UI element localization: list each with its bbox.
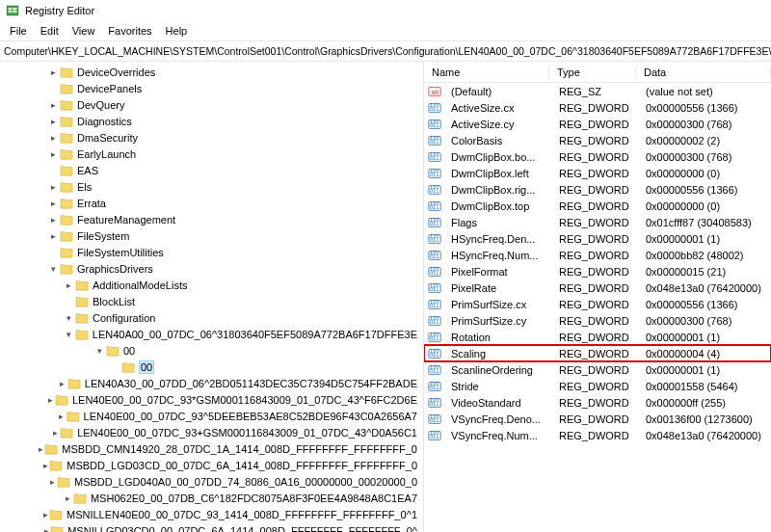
tree-item[interactable]: ▸MSNILLGD03CD0_00_07DC_6A_1414_008D_FFFF… [0, 522, 423, 532]
tree-item[interactable]: ▸FileSystem [0, 227, 423, 244]
menu-view[interactable]: View [66, 23, 101, 39]
tree-item[interactable]: FileSystemUtilities [0, 244, 423, 260]
chevron-right-icon[interactable]: ▸ [46, 133, 60, 143]
value-row[interactable]: DwmClipBox.bo...REG_DWORD0x00000300 (768… [424, 148, 771, 165]
value-row[interactable]: (Default)REG_SZ(value not set) [424, 83, 771, 99]
tree-item[interactable]: ▸DmaSecurity [0, 129, 423, 146]
folder-icon [57, 476, 70, 488]
column-data[interactable]: Data [636, 66, 771, 78]
tree-item[interactable]: BlockList [0, 293, 423, 309]
value-row[interactable]: ActiveSize.cxREG_DWORD0x00000556 (1366) [424, 99, 771, 116]
tree-item[interactable]: ▸LEN40A30_00_07DD_06^2BD051143DEC35C7394… [0, 375, 423, 391]
tree-item[interactable]: ▸MSNILLEN40E00_00_07DC_93_1414_008D_FFFF… [0, 506, 423, 522]
chevron-right-icon[interactable]: ▸ [46, 231, 60, 241]
value-row[interactable]: VSyncFreq.Num...REG_DWORD0x048e13a0 (764… [424, 427, 771, 443]
column-name[interactable]: Name [424, 66, 549, 78]
value-row[interactable]: DwmClipBox.rig...REG_DWORD0x00000556 (13… [424, 181, 771, 198]
chevron-right-icon[interactable]: ▸ [63, 493, 73, 503]
tree-item[interactable]: ▸EarlyLaunch [0, 146, 423, 162]
addressbar[interactable]: Computer\HKEY_LOCAL_MACHINE\SYSTEM\Contr… [0, 40, 771, 62]
reg-dword-icon [428, 216, 441, 229]
tree-item[interactable]: ▸DevQuery [0, 96, 423, 113]
tree-item-label: MSH062E0_00_07DB_C6^182FDC8075A8F3F0EE4A… [91, 492, 417, 504]
chevron-right-icon[interactable]: ▸ [46, 100, 60, 110]
value-name: ColorBasis [443, 135, 551, 146]
value-row[interactable]: FlagsREG_DWORD0x01cfff87 (30408583) [424, 214, 771, 230]
chevron-down-icon[interactable]: ▾ [93, 346, 106, 356]
chevron-right-icon[interactable]: ▸ [46, 67, 60, 77]
chevron-right-icon[interactable]: ▸ [46, 117, 60, 126]
menu-file[interactable]: File [4, 23, 33, 39]
menubar: File Edit View Favorites Help [0, 21, 771, 40]
chevron-right-icon[interactable]: ▸ [56, 412, 66, 421]
tree-item[interactable]: ▸MSBDD_LGD040A0_00_07DD_74_8086_0A16_000… [0, 473, 423, 490]
column-type[interactable]: Type [549, 66, 636, 78]
value-row[interactable]: StrideREG_DWORD0x00001558 (5464) [424, 378, 771, 394]
tree-item[interactable]: ▸Els [0, 178, 423, 195]
value-row[interactable]: VSyncFreq.Deno...REG_DWORD0x00136f00 (12… [424, 411, 771, 427]
menu-help[interactable]: Help [160, 23, 194, 39]
value-row[interactable]: HSyncFreq.Den...REG_DWORD0x00000001 (1) [424, 230, 771, 247]
chevron-right-icon[interactable]: ▸ [42, 526, 50, 533]
tree-item[interactable]: ▸LEN40E00_00_07DC_93+GSM000116843009_01_… [0, 424, 423, 440]
tree-item[interactable]: ▸FeatureManagement [0, 211, 423, 227]
chevron-right-icon[interactable]: ▸ [46, 199, 60, 208]
tree-item[interactable]: ▾LEN40A00_00_07DC_06^31803640F5EF5089A77… [0, 326, 423, 342]
tree-item[interactable]: ▾GraphicsDrivers [0, 260, 423, 277]
chevron-down-icon[interactable]: ▾ [46, 264, 60, 274]
chevron-right-icon[interactable]: ▸ [57, 379, 66, 388]
value-row[interactable]: DwmClipBox.topREG_DWORD0x00000000 (0) [424, 198, 771, 214]
value-row[interactable]: PixelFormatREG_DWORD0x00000015 (21) [424, 263, 771, 279]
chevron-right-icon[interactable]: ▸ [62, 280, 75, 290]
menu-edit[interactable]: Edit [35, 23, 65, 39]
value-name: Rotation [443, 332, 551, 343]
value-data: 0x0000bb82 (48002) [638, 250, 771, 261]
menu-favorites[interactable]: Favorites [102, 23, 157, 39]
value-row[interactable]: ScalingREG_DWORD0x00000004 (4) [424, 345, 771, 361]
chevron-right-icon[interactable]: ▸ [46, 395, 54, 405]
value-row[interactable]: HSyncFreq.Num...REG_DWORD0x0000bb82 (480… [424, 247, 771, 263]
chevron-right-icon[interactable]: ▸ [38, 444, 44, 454]
tree-panel[interactable]: ▸DeviceOverridesDevicePanels▸DevQuery▸Di… [0, 62, 424, 532]
tree-item[interactable]: ▸MSH062E0_00_07DB_C6^182FDC8075A8F3F0EE4… [0, 490, 423, 506]
values-body[interactable]: (Default)REG_SZ(value not set)ActiveSize… [424, 83, 771, 532]
chevron-right-icon[interactable]: ▸ [46, 215, 60, 225]
tree-item[interactable]: DevicePanels [0, 80, 423, 96]
tree-item[interactable]: ▸Errata [0, 195, 423, 211]
tree-item[interactable]: EAS [0, 162, 423, 178]
value-type: REG_DWORD [551, 102, 638, 114]
tree-item-label: BlockList [93, 296, 135, 307]
tree-item[interactable]: ▸DeviceOverrides [0, 64, 423, 80]
tree-item[interactable]: ▸Diagnostics [0, 113, 423, 129]
value-row[interactable]: ActiveSize.cyREG_DWORD0x00000300 (768) [424, 116, 771, 132]
chevron-right-icon[interactable]: ▸ [46, 182, 60, 192]
chevron-right-icon[interactable]: ▸ [48, 477, 57, 487]
value-row[interactable]: DwmClipBox.leftREG_DWORD0x00000000 (0) [424, 165, 771, 181]
chevron-right-icon[interactable]: ▸ [42, 461, 50, 470]
tree-item[interactable]: ▾00 [0, 342, 423, 359]
chevron-down-icon[interactable]: ▾ [64, 330, 75, 339]
value-row[interactable]: VideoStandardREG_DWORD0x000000ff (255) [424, 394, 771, 411]
folder-icon [66, 411, 80, 422]
tree-item[interactable]: ▸MSBDD_LGD03CD_00_07DC_6A_1414_008D_FFFF… [0, 457, 423, 473]
reg-dword-icon [428, 314, 441, 328]
chevron-right-icon[interactable]: ▸ [46, 149, 60, 159]
value-row[interactable]: RotationREG_DWORD0x00000001 (1) [424, 329, 771, 345]
tree-item[interactable]: ▸LEN40E00_00_07DC_93*GSM000116843009_01_… [0, 391, 423, 408]
tree-item[interactable]: 00 [0, 359, 423, 375]
chevron-right-icon[interactable]: ▸ [41, 510, 49, 519]
value-row[interactable]: ScanlineOrderingREG_DWORD0x00000001 (1) [424, 361, 771, 378]
value-name: PixelFormat [443, 266, 551, 278]
value-row[interactable]: ColorBasisREG_DWORD0x00000002 (2) [424, 132, 771, 148]
tree-item[interactable]: ▸LEN40E00_00_07DC_93^5DEEBEB53AE8C52BDE9… [0, 408, 423, 424]
chevron-right-icon[interactable]: ▸ [51, 428, 60, 438]
reg-dword-icon [428, 298, 441, 311]
chevron-down-icon[interactable]: ▾ [62, 313, 75, 323]
value-row[interactable]: PrimSurfSize.cyREG_DWORD0x00000300 (768) [424, 312, 771, 329]
value-row[interactable]: PixelRateREG_DWORD0x048e13a0 (76420000) [424, 279, 771, 296]
tree-item[interactable]: ▾Configuration [0, 309, 423, 326]
value-row[interactable]: PrimSurfSize.cxREG_DWORD0x00000556 (1366… [424, 296, 771, 312]
tree-item[interactable]: ▸AdditionalModeLists [0, 277, 423, 293]
tree-item-label: Els [77, 181, 92, 193]
tree-item[interactable]: ▸MSBDD_CMN14920_28_07DC_1A_1414_008D_FFF… [0, 440, 423, 457]
